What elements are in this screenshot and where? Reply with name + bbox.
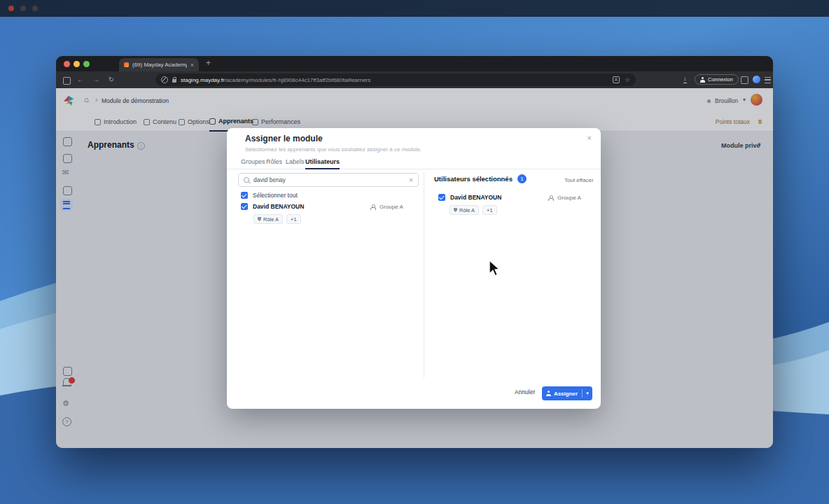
role-tag-label: Rôle A bbox=[263, 216, 279, 223]
more-tag: +1 bbox=[482, 205, 497, 215]
browser-tabstrip: (69) Mayday Academy × + bbox=[56, 56, 773, 71]
window-close-button[interactable] bbox=[64, 61, 70, 67]
modal-title: Assigner le module bbox=[245, 134, 323, 144]
result-user-row[interactable]: David BENAYOUN bbox=[241, 203, 304, 210]
new-tab-button[interactable]: + bbox=[206, 58, 211, 68]
desktop: (69) Mayday Academy × + ← → ↻ staging.ma… bbox=[0, 0, 829, 504]
role-tag: Rôle A bbox=[253, 214, 283, 224]
result-group-label: Groupe A bbox=[379, 204, 403, 210]
connexion-label: Connexion bbox=[708, 76, 733, 83]
modal-tab-groupes[interactable]: Groupes bbox=[241, 156, 265, 169]
forward-icon[interactable]: → bbox=[91, 76, 101, 84]
shield-icon bbox=[258, 217, 261, 221]
modal-column-divider bbox=[424, 172, 424, 378]
more-tag-label: +1 bbox=[487, 207, 493, 214]
mouse-cursor bbox=[488, 260, 501, 278]
select-all-row[interactable]: Sélectionner tout bbox=[241, 192, 298, 199]
downloads-icon[interactable]: ↓ bbox=[683, 76, 687, 83]
url-host: staging.mayday.fr bbox=[181, 77, 225, 83]
tab-sidebar-icon[interactable] bbox=[63, 77, 71, 85]
shield-icon bbox=[454, 208, 457, 212]
macos-menubar bbox=[0, 0, 829, 17]
selected-count-badge: 1 bbox=[517, 174, 527, 183]
reload-icon[interactable]: ↻ bbox=[106, 76, 116, 84]
selected-user-row[interactable]: David BENAYOUN bbox=[438, 194, 501, 201]
role-tag: Rôle A bbox=[450, 205, 479, 215]
connexion-button[interactable]: Connexion bbox=[695, 74, 739, 85]
address-bar[interactable]: staging.mayday.fr/academy/modules/fr-hj8… bbox=[155, 74, 636, 86]
select-all-label: Sélectionner tout bbox=[253, 192, 298, 199]
more-tag: +1 bbox=[286, 214, 301, 224]
result-user-checkbox[interactable] bbox=[241, 203, 248, 210]
selected-users-title: Utilisateurs sélectionnés bbox=[434, 175, 513, 183]
modal-subtitle: Sélectionnez les apprenants que vous sou… bbox=[245, 146, 422, 153]
selected-users-header: Utilisateurs sélectionnés 1 bbox=[434, 174, 527, 183]
assign-module-modal: Assigner le module × Sélectionnez les ap… bbox=[227, 128, 601, 409]
browser-tab[interactable]: (69) Mayday Academy × bbox=[119, 58, 199, 71]
content-blocker-icon[interactable] bbox=[161, 76, 168, 83]
url-path: /academy/modules/fr-hj8908c44c17ff3aff2b… bbox=[225, 77, 371, 83]
tab-favicon bbox=[124, 62, 129, 67]
modal-tab-roles[interactable]: Rôles bbox=[266, 156, 282, 169]
browser-menu-icon[interactable] bbox=[765, 77, 771, 83]
user-search-field[interactable]: × bbox=[238, 173, 419, 187]
window-zoom-button[interactable] bbox=[83, 61, 90, 67]
assign-caret-icon[interactable]: ▾ bbox=[583, 391, 592, 396]
modal-tab-labels[interactable]: Labels bbox=[286, 156, 305, 169]
browser-window: (69) Mayday Academy × + ← → ↻ staging.ma… bbox=[56, 56, 773, 448]
select-all-checkbox[interactable] bbox=[241, 192, 248, 199]
selected-user-name: David BENAYOUN bbox=[450, 194, 501, 201]
browser-profile-avatar[interactable] bbox=[753, 76, 760, 83]
selected-user-tags: Rôle A +1 bbox=[450, 205, 497, 215]
user-plus-icon bbox=[546, 391, 551, 396]
cancel-button[interactable]: Annuler bbox=[515, 388, 535, 396]
assign-button-main[interactable]: Assigner bbox=[542, 391, 582, 397]
extensions-icon[interactable] bbox=[741, 76, 748, 84]
browser-toolbar: ← → ↻ staging.mayday.fr/academy/modules/… bbox=[56, 71, 773, 88]
search-input[interactable] bbox=[253, 176, 405, 183]
menubar-dot-red bbox=[8, 6, 14, 11]
lock-icon bbox=[172, 79, 176, 83]
person-icon bbox=[700, 77, 705, 83]
group-icon bbox=[370, 204, 377, 210]
selected-user-group: Groupe A bbox=[548, 195, 581, 201]
tab-title: (69) Mayday Academy bbox=[132, 62, 187, 68]
back-icon[interactable]: ← bbox=[76, 76, 85, 84]
tab-close-icon[interactable]: × bbox=[190, 62, 194, 69]
page-viewport: ⌂ › Module de démonstration Brouillon ▾ … bbox=[56, 88, 773, 448]
selected-group-label: Groupe A bbox=[557, 195, 581, 201]
search-clear-icon[interactable]: × bbox=[409, 176, 413, 184]
assign-label: Assigner bbox=[554, 391, 578, 397]
selected-user-checkbox[interactable] bbox=[438, 194, 445, 201]
modal-close-icon[interactable]: × bbox=[587, 134, 592, 142]
result-user-tags: Rôle A +1 bbox=[253, 214, 301, 224]
group-icon bbox=[548, 195, 555, 201]
url-text: staging.mayday.fr/academy/modules/fr-hj8… bbox=[181, 77, 608, 83]
translate-icon[interactable]: A bbox=[613, 76, 620, 83]
window-minimize-button[interactable] bbox=[74, 61, 80, 67]
assign-button[interactable]: Assigner ▾ bbox=[542, 386, 592, 400]
result-user-name: David BENAYOUN bbox=[253, 203, 304, 210]
more-tag-label: +1 bbox=[291, 216, 297, 223]
result-user-group: Groupe A bbox=[370, 204, 403, 210]
bookmark-star-icon[interactable]: ☆ bbox=[625, 76, 630, 83]
search-icon bbox=[244, 177, 249, 183]
modal-tabs: Groupes Rôles Labels Utilisateurs bbox=[227, 156, 601, 169]
role-tag-label: Rôle A bbox=[459, 207, 475, 214]
modal-tab-utilisateurs[interactable]: Utilisateurs bbox=[305, 156, 340, 169]
clear-all-button[interactable]: Tout effacer bbox=[564, 177, 594, 183]
menubar-dot-2 bbox=[32, 6, 38, 11]
menubar-dot-1 bbox=[20, 6, 26, 11]
address-bar-actions: A ☆ bbox=[613, 76, 630, 83]
